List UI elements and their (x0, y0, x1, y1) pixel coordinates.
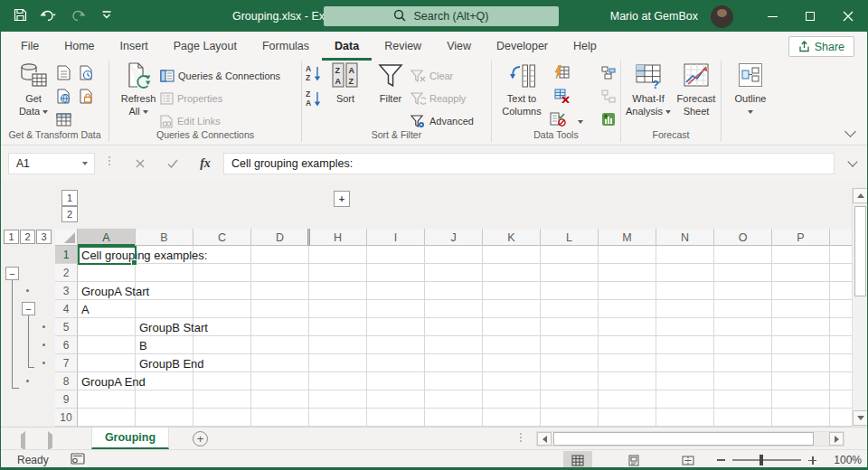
advanced-filter-button[interactable]: Advanced (410, 111, 474, 131)
zoom-level[interactable]: 100% (829, 454, 862, 466)
sort-button[interactable]: ZAAZ Sort (326, 62, 365, 106)
tab-home[interactable]: Home (52, 32, 107, 61)
column-header-N[interactable]: N (656, 229, 714, 246)
scroll-up-button[interactable] (853, 188, 868, 203)
zoom-slider-thumb[interactable] (760, 455, 763, 465)
cell-B5[interactable]: GroupB Start (139, 321, 208, 334)
row-header-8[interactable]: 8 (55, 372, 78, 390)
column-header-B[interactable]: B (136, 229, 193, 246)
cell-B6[interactable]: B (139, 339, 147, 352)
column-header-O[interactable]: O (714, 229, 772, 246)
horizontal-scroll-thumb[interactable] (553, 432, 814, 446)
scroll-down-button[interactable] (853, 410, 868, 426)
collapse-group-b-button[interactable]: − (22, 302, 35, 315)
what-if-analysis-button[interactable]: ? What-If Analysis (624, 62, 673, 118)
tab-data[interactable]: Data (322, 32, 372, 61)
consolidate-button[interactable] (600, 64, 617, 80)
account-name[interactable]: Mario at GemBox (610, 10, 698, 23)
cell-A4[interactable]: A (81, 303, 90, 316)
row-header-4[interactable]: 4 (55, 300, 78, 318)
tab-view[interactable]: View (434, 32, 484, 61)
tab-review[interactable]: Review (372, 32, 434, 61)
expand-columns-button[interactable]: + (334, 191, 350, 207)
column-header-C[interactable]: C (193, 229, 251, 246)
zoom-in-button[interactable] (808, 456, 816, 465)
zoom-slider[interactable] (732, 459, 801, 461)
name-box[interactable]: A1 (8, 153, 95, 174)
column-header-D[interactable]: D (251, 229, 309, 246)
tab-developer[interactable]: Developer (484, 32, 561, 61)
sort-ascending-button[interactable]: AZ (306, 65, 322, 81)
from-text-csv-button[interactable] (55, 64, 71, 80)
close-button[interactable] (829, 1, 867, 32)
row-header-7[interactable]: 7 (55, 354, 78, 372)
column-header-P[interactable]: P (772, 229, 830, 246)
save-icon[interactable] (14, 8, 27, 24)
from-table-range-button[interactable] (55, 111, 71, 127)
page-break-preview-button[interactable] (674, 451, 703, 470)
previous-sheet-button[interactable] (21, 435, 25, 447)
row-header-1[interactable]: 1 (55, 246, 78, 264)
zoom-out-button[interactable] (717, 459, 725, 461)
select-all-button[interactable] (55, 229, 78, 246)
scroll-left-button[interactable] (537, 432, 552, 446)
new-sheet-button[interactable]: + (193, 431, 208, 446)
share-button[interactable]: Share (788, 36, 854, 57)
normal-view-button[interactable] (563, 451, 592, 470)
maximize-button[interactable] (791, 1, 829, 32)
row-header-2[interactable]: 2 (55, 264, 78, 282)
tab-help[interactable]: Help (561, 32, 609, 61)
row-header-9[interactable]: 9 (55, 390, 78, 409)
remove-duplicates-button[interactable] (553, 88, 570, 104)
existing-connections-button[interactable] (78, 88, 94, 104)
cancel-button[interactable] (127, 153, 153, 174)
row-header-6[interactable]: 6 (55, 336, 78, 354)
column-header-H[interactable]: H (309, 229, 367, 246)
column-header-L[interactable]: L (541, 229, 599, 246)
cells-grid[interactable]: Cell grouping examples:GroupA StartAGrou… (78, 246, 852, 427)
search-box[interactable]: Search (Alt+Q) (324, 6, 559, 26)
macro-recording-icon[interactable] (71, 453, 85, 467)
enter-button[interactable] (160, 153, 185, 174)
tab-page-layout[interactable]: Page Layout (161, 32, 250, 61)
horizontal-scrollbar[interactable] (536, 431, 844, 446)
column-header-K[interactable]: K (483, 229, 541, 246)
vertical-scrollbar[interactable] (852, 188, 868, 427)
cell-A8[interactable]: GroupA End (81, 375, 146, 389)
from-web-button[interactable] (55, 88, 71, 104)
manage-data-model-button[interactable] (600, 111, 617, 127)
name-box-chevron-icon[interactable] (82, 162, 88, 165)
avatar[interactable] (711, 5, 733, 28)
row-outline-level-2-button[interactable]: 2 (20, 230, 35, 244)
row-outline-level-3-button[interactable]: 3 (36, 230, 52, 244)
queries-connections-button[interactable]: Queries & Connections (160, 66, 280, 86)
cell-A1[interactable]: Cell grouping examples: (81, 249, 207, 262)
scroll-right-button[interactable] (829, 432, 844, 446)
insert-function-button[interactable]: fx (193, 153, 218, 174)
filter-button[interactable]: Filter (371, 62, 410, 106)
column-header-A[interactable]: A (78, 229, 136, 246)
formula-input[interactable]: Cell grouping examples: (223, 153, 835, 174)
tab-file[interactable]: File (8, 32, 52, 61)
next-sheet-button[interactable] (48, 435, 52, 447)
get-data-button[interactable]: Get Data (12, 62, 55, 118)
cell-A3[interactable]: GroupA Start (81, 285, 149, 298)
refresh-all-button[interactable]: Refresh All (115, 62, 162, 118)
row-header-3[interactable]: 3 (55, 282, 78, 300)
row-header-5[interactable]: 5 (55, 318, 78, 336)
collapse-ribbon-icon[interactable] (844, 126, 856, 137)
column-header-I[interactable]: I (367, 229, 425, 246)
expand-formula-bar-icon[interactable] (847, 156, 857, 166)
sheet-tab-grouping[interactable]: Grouping (91, 428, 169, 449)
outline-button[interactable]: Outline (729, 62, 772, 118)
sort-descending-button[interactable]: ZA (306, 90, 322, 107)
column-outline-level-1-button[interactable]: 1 (61, 190, 78, 206)
recent-sources-button[interactable] (78, 64, 94, 80)
customize-qat-icon[interactable] (101, 10, 112, 23)
column-header-J[interactable]: J (425, 229, 483, 246)
data-validation-button[interactable] (550, 111, 566, 127)
row-outline-level-1-button[interactable]: 1 (4, 230, 19, 244)
undo-icon[interactable] (40, 9, 58, 24)
forecast-sheet-button[interactable]: Forecast Sheet (673, 62, 720, 118)
column-outline-level-2-button[interactable]: 2 (61, 206, 78, 222)
